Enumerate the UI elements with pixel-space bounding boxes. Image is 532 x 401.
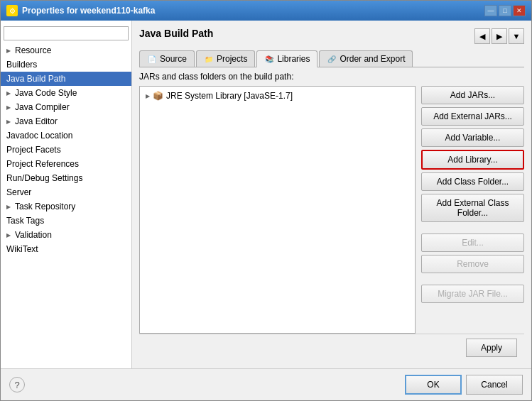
remove-button[interactable]: Remove xyxy=(421,255,524,273)
jre-library-icon: 📦 xyxy=(153,91,163,101)
sidebar-item-javadoc-location-label: Javadoc Location xyxy=(6,131,72,141)
footer: ? OK Cancel xyxy=(1,368,531,400)
main-body: ▶ 📦 JRE System Library [JavaSE-1.7] Add … xyxy=(139,86,524,334)
apply-button[interactable]: Apply xyxy=(466,339,517,357)
sidebar-item-java-editor[interactable]: Java Editor xyxy=(1,114,131,128)
tab-order-export[interactable]: 🔗 Order and Export xyxy=(319,50,413,67)
sidebar-item-task-tags-label: Task Tags xyxy=(6,216,44,226)
sidebar-item-java-code-style-label: Java Code Style xyxy=(15,88,77,98)
tab-source[interactable]: 📄 Source xyxy=(139,50,195,67)
apply-bar: Apply xyxy=(139,334,524,361)
libraries-tab-icon: 📚 xyxy=(264,54,274,64)
tree-expand-icon: ▶ xyxy=(146,93,150,99)
nav-forward-button[interactable]: ▶ xyxy=(492,28,507,44)
classpath-tree[interactable]: ▶ 📦 JRE System Library [JavaSE-1.7] xyxy=(139,86,416,334)
sidebar-item-task-repository[interactable]: Task Repository xyxy=(1,199,131,214)
sidebar-search-input[interactable] xyxy=(4,26,129,40)
add-external-class-folder-button[interactable]: Add External Class Folder... xyxy=(421,194,524,222)
sidebar-item-server-label: Server xyxy=(6,187,31,197)
sidebar-item-wikitext[interactable]: WikiText xyxy=(1,242,131,256)
tab-bar: 📄 Source 📁 Projects 📚 Libraries 🔗 Order … xyxy=(139,50,524,67)
edit-button[interactable]: Edit... xyxy=(421,234,524,252)
sidebar-item-server[interactable]: Server xyxy=(1,185,131,199)
help-icon-label: ? xyxy=(14,380,19,390)
projects-tab-icon: 📁 xyxy=(204,54,214,64)
sidebar: Resource Builders Java Build Path Java C… xyxy=(1,21,132,368)
sidebar-item-java-compiler[interactable]: Java Compiler xyxy=(1,100,131,114)
dialog-window: ⚙ Properties for weekend110-kafka — □ ✕ … xyxy=(0,0,532,401)
main-panel: Java Build Path ◀ ▶ ▼ 📄 Source 📁 Project… xyxy=(132,21,531,368)
add-external-jars-button[interactable]: Add External JARs... xyxy=(421,107,524,126)
dialog-icon: ⚙ xyxy=(6,5,18,16)
migrate-jar-button[interactable]: Migrate JAR File... xyxy=(421,285,524,303)
order-export-tab-icon: 🔗 xyxy=(327,54,337,64)
close-button[interactable]: ✕ xyxy=(513,5,526,16)
sidebar-item-wikitext-label: WikiText xyxy=(6,244,38,254)
title-bar: ⚙ Properties for weekend110-kafka — □ ✕ xyxy=(1,1,531,21)
tab-projects-label: Projects xyxy=(217,54,247,64)
title-buttons: — □ ✕ xyxy=(484,5,526,16)
sidebar-item-java-build-path-label: Java Build Path xyxy=(6,74,65,84)
footer-buttons: OK Cancel xyxy=(405,375,523,395)
sidebar-item-run-debug-settings[interactable]: Run/Debug Settings xyxy=(1,171,131,185)
tab-source-label: Source xyxy=(160,54,187,64)
description-text: JARs and class folders on the build path… xyxy=(139,72,524,82)
sidebar-item-resource[interactable]: Resource xyxy=(1,43,131,57)
add-variable-button[interactable]: Add Variable... xyxy=(421,128,524,147)
sidebar-item-java-compiler-label: Java Compiler xyxy=(15,102,70,112)
sidebar-item-java-build-path[interactable]: Java Build Path xyxy=(1,72,131,86)
sidebar-item-project-references[interactable]: Project References xyxy=(1,157,131,171)
tree-item-jre-label: JRE System Library [JavaSE-1.7] xyxy=(166,91,293,101)
sidebar-item-java-editor-label: Java Editor xyxy=(15,116,58,126)
main-header: Java Build Path ◀ ▶ ▼ xyxy=(139,28,524,45)
page-title: Java Build Path xyxy=(139,28,213,39)
sidebar-item-java-code-style[interactable]: Java Code Style xyxy=(1,86,131,100)
ok-button[interactable]: OK xyxy=(405,375,462,395)
sidebar-item-resource-label: Resource xyxy=(15,45,51,55)
sidebar-item-validation-label: Validation xyxy=(15,230,52,240)
nav-back-button[interactable]: ◀ xyxy=(474,28,490,44)
sidebar-item-javadoc-location[interactable]: Javadoc Location xyxy=(1,128,131,143)
cancel-button[interactable]: Cancel xyxy=(466,375,523,395)
tab-libraries[interactable]: 📚 Libraries xyxy=(256,50,317,67)
nav-dropdown-button[interactable]: ▼ xyxy=(509,28,524,44)
title-bar-left: ⚙ Properties for weekend110-kafka xyxy=(6,5,155,16)
sidebar-item-builders[interactable]: Builders xyxy=(1,57,131,72)
sidebar-item-task-tags[interactable]: Task Tags xyxy=(1,214,131,228)
sidebar-item-builders-label: Builders xyxy=(6,60,37,70)
dialog-title: Properties for weekend110-kafka xyxy=(22,6,155,16)
help-button[interactable]: ? xyxy=(9,377,25,392)
minimize-button[interactable]: — xyxy=(484,5,497,16)
action-buttons-panel: Add JARs... Add External JARs... Add Var… xyxy=(421,86,524,334)
nav-arrows: ◀ ▶ ▼ xyxy=(474,28,524,44)
tab-order-export-label: Order and Export xyxy=(340,54,405,64)
add-class-folder-button[interactable]: Add Class Folder... xyxy=(421,172,524,191)
tab-projects[interactable]: 📁 Projects xyxy=(196,50,255,67)
sidebar-item-project-references-label: Project References xyxy=(6,159,79,169)
sidebar-item-run-debug-settings-label: Run/Debug Settings xyxy=(6,173,82,183)
sidebar-item-task-repository-label: Task Repository xyxy=(15,202,75,212)
maximize-button[interactable]: □ xyxy=(499,5,511,16)
tree-item-jre[interactable]: ▶ 📦 JRE System Library [JavaSE-1.7] xyxy=(143,89,412,102)
sidebar-item-project-facets-label: Project Facets xyxy=(6,145,61,155)
source-tab-icon: 📄 xyxy=(147,54,157,64)
tab-libraries-label: Libraries xyxy=(277,54,310,64)
add-library-button[interactable]: Add Library... xyxy=(421,150,524,170)
content-area: Resource Builders Java Build Path Java C… xyxy=(1,21,531,368)
sidebar-item-validation[interactable]: Validation xyxy=(1,228,131,242)
add-jars-button[interactable]: Add JARs... xyxy=(421,86,524,104)
sidebar-item-project-facets[interactable]: Project Facets xyxy=(1,143,131,157)
